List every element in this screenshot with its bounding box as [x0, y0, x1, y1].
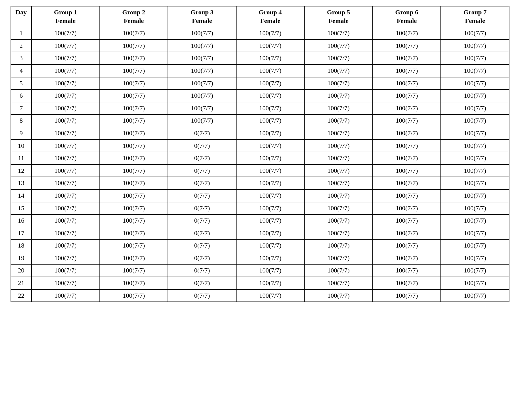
- cell-g4-row18: 100(7/7): [236, 239, 305, 252]
- cell-g4-row20: 100(7/7): [236, 264, 305, 277]
- cell-day-row18: 18: [11, 239, 31, 252]
- col-header-g6: Group 6Female: [373, 6, 441, 27]
- cell-g3-row17: 0(7/7): [168, 227, 236, 240]
- cell-g1-row6: 100(7/7): [31, 89, 100, 102]
- cell-g1-row2: 100(7/7): [31, 40, 100, 52]
- cell-g3-row19: 0(7/7): [168, 252, 236, 265]
- cell-g7-row2: 100(7/7): [441, 40, 509, 52]
- cell-g7-row4: 100(7/7): [441, 65, 509, 77]
- cell-g1-row19: 100(7/7): [31, 252, 100, 265]
- cell-day-row2: 2: [11, 40, 31, 52]
- cell-g3-row3: 100(7/7): [168, 52, 236, 65]
- cell-g1-row16: 100(7/7): [31, 214, 100, 227]
- cell-g6-row8: 100(7/7): [373, 114, 441, 127]
- cell-g5-row22: 100(7/7): [304, 289, 373, 302]
- cell-g5-row16: 100(7/7): [304, 214, 373, 227]
- cell-g5-row4: 100(7/7): [304, 65, 373, 77]
- cell-g2-row16: 100(7/7): [100, 214, 168, 227]
- cell-g2-row20: 100(7/7): [100, 264, 168, 277]
- cell-g5-row15: 100(7/7): [304, 202, 373, 215]
- cell-g1-row13: 100(7/7): [31, 177, 100, 189]
- table-row: 2100(7/7)100(7/7)100(7/7)100(7/7)100(7/7…: [11, 40, 509, 52]
- table-row: 20100(7/7)100(7/7)0(7/7)100(7/7)100(7/7)…: [11, 264, 509, 277]
- cell-g5-row13: 100(7/7): [304, 177, 373, 189]
- cell-g6-row19: 100(7/7): [373, 252, 441, 265]
- table-row: 3100(7/7)100(7/7)100(7/7)100(7/7)100(7/7…: [11, 52, 509, 65]
- cell-g4-row11: 100(7/7): [236, 152, 305, 165]
- cell-g5-row14: 100(7/7): [304, 189, 373, 202]
- cell-g1-row11: 100(7/7): [31, 152, 100, 165]
- cell-g4-row13: 100(7/7): [236, 177, 305, 189]
- cell-g2-row4: 100(7/7): [100, 65, 168, 77]
- cell-day-row19: 19: [11, 252, 31, 265]
- data-table: Day Group 1Female Group 2Female Group 3F…: [11, 6, 509, 302]
- cell-g6-row4: 100(7/7): [373, 65, 441, 77]
- cell-g4-row15: 100(7/7): [236, 202, 305, 215]
- cell-g3-row15: 0(7/7): [168, 202, 236, 215]
- cell-g6-row14: 100(7/7): [373, 189, 441, 202]
- cell-g4-row22: 100(7/7): [236, 289, 305, 302]
- cell-g3-row13: 0(7/7): [168, 177, 236, 189]
- cell-day-row11: 11: [11, 152, 31, 165]
- table-row: 16100(7/7)100(7/7)0(7/7)100(7/7)100(7/7)…: [11, 214, 509, 227]
- cell-g7-row10: 100(7/7): [441, 140, 509, 152]
- col-header-g5: Group 5Female: [304, 6, 373, 27]
- table-row: 18100(7/7)100(7/7)0(7/7)100(7/7)100(7/7)…: [11, 239, 509, 252]
- cell-g7-row17: 100(7/7): [441, 227, 509, 240]
- cell-g7-row12: 100(7/7): [441, 165, 509, 177]
- cell-g1-row17: 100(7/7): [31, 227, 100, 240]
- header-row: Day Group 1Female Group 2Female Group 3F…: [11, 6, 509, 27]
- cell-g1-row20: 100(7/7): [31, 264, 100, 277]
- cell-g7-row21: 100(7/7): [441, 277, 509, 289]
- cell-g3-row14: 0(7/7): [168, 189, 236, 202]
- cell-g6-row13: 100(7/7): [373, 177, 441, 189]
- cell-g4-row9: 100(7/7): [236, 127, 305, 140]
- cell-day-row20: 20: [11, 264, 31, 277]
- cell-day-row22: 22: [11, 289, 31, 302]
- cell-g4-row19: 100(7/7): [236, 252, 305, 265]
- cell-g2-row14: 100(7/7): [100, 189, 168, 202]
- table-row: 19100(7/7)100(7/7)0(7/7)100(7/7)100(7/7)…: [11, 252, 509, 265]
- col-header-g3: Group 3Female: [168, 6, 236, 27]
- cell-g6-row1: 100(7/7): [373, 27, 441, 40]
- table-row: 21100(7/7)100(7/7)0(7/7)100(7/7)100(7/7)…: [11, 277, 509, 289]
- cell-g6-row16: 100(7/7): [373, 214, 441, 227]
- cell-day-row5: 5: [11, 77, 31, 90]
- cell-g1-row22: 100(7/7): [31, 289, 100, 302]
- col-header-g4: Group 4Female: [236, 6, 305, 27]
- table-row: 6100(7/7)100(7/7)100(7/7)100(7/7)100(7/7…: [11, 89, 509, 102]
- col-header-g2: Group 2Female: [100, 6, 168, 27]
- cell-day-row7: 7: [11, 102, 31, 115]
- cell-g2-row21: 100(7/7): [100, 277, 168, 289]
- cell-g4-row16: 100(7/7): [236, 214, 305, 227]
- cell-g6-row15: 100(7/7): [373, 202, 441, 215]
- cell-g5-row8: 100(7/7): [304, 114, 373, 127]
- table-row: 5100(7/7)100(7/7)100(7/7)100(7/7)100(7/7…: [11, 77, 509, 90]
- cell-g2-row15: 100(7/7): [100, 202, 168, 215]
- cell-g2-row1: 100(7/7): [100, 27, 168, 40]
- cell-g1-row1: 100(7/7): [31, 27, 100, 40]
- cell-g4-row8: 100(7/7): [236, 114, 305, 127]
- cell-g7-row9: 100(7/7): [441, 127, 509, 140]
- cell-g3-row2: 100(7/7): [168, 40, 236, 52]
- table-row: 11100(7/7)100(7/7)0(7/7)100(7/7)100(7/7)…: [11, 152, 509, 165]
- cell-g6-row6: 100(7/7): [373, 89, 441, 102]
- table-row: 1100(7/7)100(7/7)100(7/7)100(7/7)100(7/7…: [11, 27, 509, 40]
- cell-g7-row3: 100(7/7): [441, 52, 509, 65]
- cell-g5-row5: 100(7/7): [304, 77, 373, 90]
- cell-day-row12: 12: [11, 165, 31, 177]
- cell-g5-row12: 100(7/7): [304, 165, 373, 177]
- table-row: 10100(7/7)100(7/7)0(7/7)100(7/7)100(7/7)…: [11, 140, 509, 152]
- cell-g2-row9: 100(7/7): [100, 127, 168, 140]
- cell-g6-row17: 100(7/7): [373, 227, 441, 240]
- cell-g2-row19: 100(7/7): [100, 252, 168, 265]
- cell-g3-row21: 0(7/7): [168, 277, 236, 289]
- cell-g6-row2: 100(7/7): [373, 40, 441, 52]
- cell-g3-row7: 100(7/7): [168, 102, 236, 115]
- cell-g6-row21: 100(7/7): [373, 277, 441, 289]
- cell-g1-row5: 100(7/7): [31, 77, 100, 90]
- cell-g7-row14: 100(7/7): [441, 189, 509, 202]
- cell-day-row10: 10: [11, 140, 31, 152]
- cell-g5-row2: 100(7/7): [304, 40, 373, 52]
- cell-g6-row11: 100(7/7): [373, 152, 441, 165]
